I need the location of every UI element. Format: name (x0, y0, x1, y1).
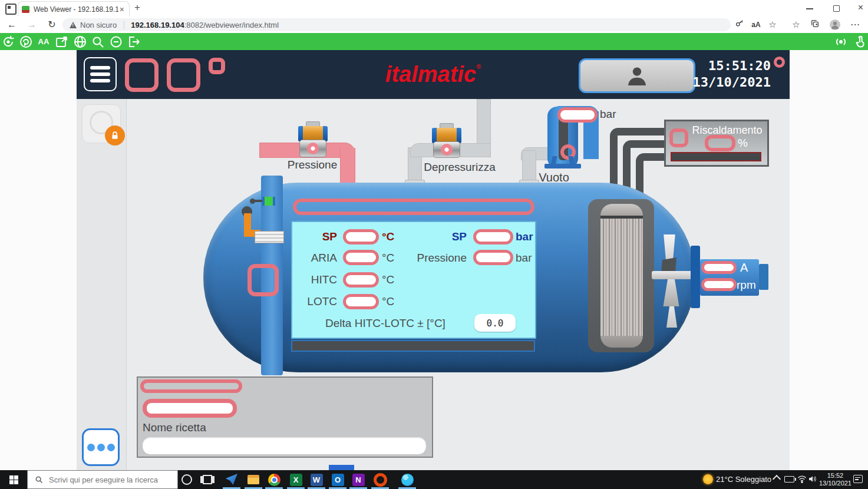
heating-progress-bar (671, 152, 761, 161)
vuoto-unit: bar (600, 108, 616, 121)
refresh-touch-icon[interactable] (1, 35, 15, 49)
url-field[interactable]: Non sicuro | 192.168.19.104:8082/webview… (62, 18, 731, 31)
depressurizza-valve-indicator (441, 144, 453, 156)
lotc-temp-value (343, 294, 379, 309)
zoom-out-icon[interactable] (109, 35, 123, 49)
window-close-button[interactable]: × (847, 0, 868, 16)
broadcast-icon[interactable] (834, 35, 848, 49)
tray-chevron-icon[interactable] (774, 474, 780, 482)
webviewer-toolbar: AA (0, 33, 868, 50)
action-center-icon[interactable] (853, 475, 863, 483)
recipe-placeholder-1 (140, 379, 242, 393)
add-favorite-star-icon[interactable]: ☆ (766, 19, 779, 31)
weather-sun-icon[interactable] (703, 474, 713, 484)
chrome-icon[interactable] (266, 473, 282, 487)
tray-time: 15:52 (819, 472, 852, 480)
touch-pointer-icon[interactable] (853, 35, 867, 49)
heating-value-placeholder (705, 135, 735, 151)
back-icon[interactable]: ← (5, 18, 19, 31)
lock-button[interactable] (82, 104, 121, 143)
door-placeholder-button[interactable] (247, 264, 279, 296)
hmi-header: italmatic® 15:51:20 13/10/2021 (77, 50, 790, 99)
delta-label: Delta HITC-LOTC ± [°C] (325, 317, 445, 330)
pressione-valve-body[interactable] (299, 140, 326, 157)
status-ring-indicator (774, 57, 785, 68)
exit-icon[interactable] (127, 35, 141, 49)
vuoto-value-display (557, 107, 598, 123)
battery-icon[interactable] (784, 476, 794, 483)
taskbar-search[interactable] (27, 470, 178, 489)
search-zoom-icon[interactable] (91, 35, 105, 49)
office-icon[interactable] (372, 473, 388, 487)
tab-actions-icon[interactable] (5, 4, 16, 15)
heating-pipe-3 (636, 153, 664, 194)
edge-icon[interactable] (399, 473, 415, 487)
tray-clock[interactable]: 15:52 13/10/2021 (819, 472, 852, 487)
browser-tab-bar: Web Viewer - 192.168.19.104 × + × (0, 0, 868, 16)
sp-temp-value[interactable] (343, 229, 379, 244)
browser-menu-icon[interactable]: ⋯ (849, 19, 862, 31)
taskbar-search-input[interactable] (48, 475, 168, 485)
more-options-button[interactable] (82, 428, 120, 466)
excel-icon[interactable]: X (288, 473, 304, 487)
fullscreen-icon[interactable] (55, 35, 69, 49)
row-label: SP (414, 230, 467, 243)
reload-icon[interactable]: ↻ (45, 18, 59, 31)
window-restore-button[interactable] (823, 0, 850, 16)
new-tab-button[interactable]: + (134, 2, 140, 14)
pressione-label: Pressione (277, 158, 348, 171)
user-avatar-icon (623, 62, 651, 90)
vessel-rail (291, 340, 535, 352)
hitc-temp-value (343, 272, 379, 288)
recipe-box: Nome ricetta (137, 376, 433, 458)
recipe-name-input[interactable] (143, 437, 426, 454)
weather-text[interactable]: 21°C Soleggiato (716, 475, 771, 484)
delta-value[interactable]: 0.0 (474, 314, 516, 332)
password-key-icon[interactable] (733, 19, 746, 31)
windows-logo-icon (9, 475, 18, 484)
tab-close-icon[interactable]: × (118, 5, 126, 14)
browser-address-bar: ← → ↻ Non sicuro | 192.168.19.104:8082/w… (0, 16, 868, 34)
volume-icon[interactable] (808, 475, 817, 485)
row-label: SP (296, 230, 337, 243)
motor-flange (691, 246, 700, 308)
cortana-icon[interactable] (179, 473, 195, 487)
mail-app-icon[interactable] (223, 473, 240, 487)
forward-icon[interactable]: → (25, 18, 39, 31)
collections-star-icon[interactable]: ☆ (790, 19, 803, 31)
translate-icon[interactable]: aA (750, 19, 763, 31)
sp-pressure-value[interactable] (473, 229, 513, 244)
recipe-placeholder-2[interactable] (143, 399, 237, 418)
text-size-icon[interactable]: AA (37, 35, 51, 49)
url-path: :8082/webviewer/index.html (184, 21, 279, 29)
background-window-edge (329, 465, 354, 470)
file-explorer-icon[interactable] (245, 473, 262, 487)
window-minimize-button[interactable] (797, 0, 823, 16)
duplicate-tab-icon[interactable] (808, 19, 821, 31)
language-globe-icon[interactable] (73, 35, 87, 49)
motor-current-unit: A (740, 261, 748, 275)
onenote-icon[interactable]: N (350, 473, 367, 487)
row-label: Pressione (414, 252, 467, 265)
task-view-icon[interactable] (199, 473, 216, 487)
windows-taskbar: X W O N 21°C Soleggiato 15:52 13/10/2 (0, 470, 868, 489)
user-login-button[interactable] (579, 58, 695, 93)
tab-favicon-icon (22, 6, 29, 13)
depressurizza-label: Depressurizza (412, 161, 507, 174)
wifi-icon[interactable] (797, 475, 807, 485)
motor-current-value (701, 261, 737, 274)
hmi-time: 15:51:20 (693, 58, 771, 74)
process-data-panel: SP °C ARIA °C HITC °C LOTC °C SP bar Pre… (291, 221, 536, 339)
start-button[interactable] (0, 470, 27, 489)
browser-profile-avatar[interactable] (830, 19, 840, 30)
browser-tab[interactable]: Web Viewer - 192.168.19.104 × (18, 1, 130, 16)
url-host: 192.168.19.104 (131, 21, 184, 29)
door-lock-block (255, 231, 284, 243)
hmi-sidebar (77, 99, 127, 470)
session-reload-icon[interactable] (19, 35, 33, 49)
hmi-date: 13/10/2021 (693, 74, 771, 91)
outlook-icon[interactable]: O (329, 473, 346, 487)
word-icon[interactable]: W (308, 473, 325, 487)
depressurizza-valve-body[interactable] (433, 141, 460, 158)
search-icon (35, 475, 43, 484)
